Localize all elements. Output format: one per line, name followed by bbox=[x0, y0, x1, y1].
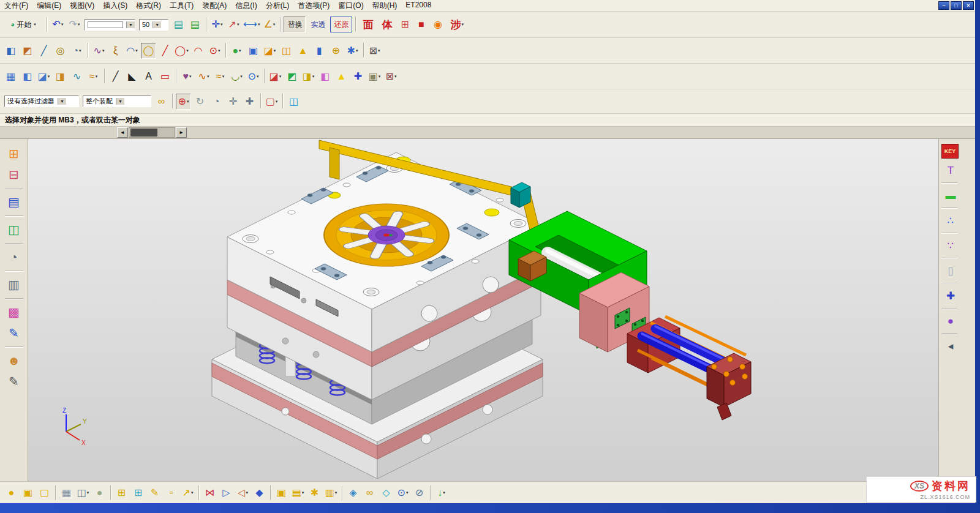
interference-button[interactable]: 涉▾ bbox=[447, 17, 467, 32]
sketch-profile-icon[interactable]: ◣ bbox=[124, 69, 140, 84]
component-preview-icon[interactable]: ▢ bbox=[37, 485, 52, 501]
display-style-combo[interactable] bbox=[85, 19, 135, 31]
orange-ring-icon[interactable]: ◉ bbox=[430, 17, 445, 32]
color-palette-icon[interactable]: ▩ bbox=[4, 302, 24, 322]
import-assembly-icon[interactable]: ↓▾ bbox=[434, 485, 449, 501]
marquee-select-icon[interactable]: ▢▾ bbox=[264, 94, 279, 110]
menu-item[interactable]: 插入(S) bbox=[99, 0, 132, 12]
t-handle-tool-icon[interactable]: T bbox=[942, 162, 959, 179]
show-structure-icon[interactable]: ▦ bbox=[59, 485, 74, 501]
edit-component-icon[interactable]: ✎ bbox=[147, 485, 162, 501]
snap-quadrant-icon[interactable]: ◔▾ bbox=[69, 43, 85, 59]
block-primitive-icon[interactable]: ▣ bbox=[246, 43, 261, 59]
redo-icon[interactable]: ↷▾ bbox=[67, 17, 82, 32]
info-link-icon[interactable]: ⊙▾ bbox=[395, 485, 410, 501]
copy-face-icon[interactable]: ⊞ bbox=[397, 17, 412, 32]
graphics-viewport[interactable]: Z Y X bbox=[28, 139, 938, 481]
purple-dots-tool-icon[interactable]: ∵ bbox=[942, 237, 959, 254]
menu-item[interactable]: 编辑(E) bbox=[32, 0, 66, 12]
wave-geometry-linker-icon[interactable]: ✱ bbox=[307, 485, 322, 501]
sphere-cluster-tool-icon[interactable]: ∴ bbox=[942, 212, 959, 229]
text-tool-icon[interactable]: A bbox=[141, 69, 156, 84]
replace-face-icon[interactable]: ◨▾ bbox=[301, 69, 316, 84]
menu-item[interactable]: ET2008 bbox=[401, 0, 435, 12]
selection-scope-combo[interactable]: 整个装配 bbox=[83, 95, 151, 107]
start-button[interactable]: ◕ 开始▾ bbox=[3, 17, 43, 32]
selection-loop-icon[interactable]: ◯ bbox=[141, 43, 156, 59]
move-face-icon[interactable]: ◪▾ bbox=[268, 69, 283, 84]
scroll-right-button[interactable]: ► bbox=[176, 127, 187, 138]
close-button[interactable]: × bbox=[963, 1, 974, 10]
find-component-icon[interactable]: ● bbox=[4, 485, 19, 501]
hex-bolt-icon[interactable]: ⊕ bbox=[328, 43, 344, 59]
unite-boolean-icon[interactable]: ◪▾ bbox=[262, 43, 277, 59]
warning-triangle-icon[interactable]: ▲ bbox=[334, 69, 349, 84]
check-clearance-icon[interactable]: ◇ bbox=[379, 485, 394, 501]
menu-item[interactable]: 格式(R) bbox=[132, 0, 165, 12]
shaded-display-icon[interactable]: ◔ bbox=[209, 94, 224, 110]
white-cylinder-tool-icon[interactable]: ▯ bbox=[942, 262, 959, 279]
datum-csys-icon[interactable]: ✛▾ bbox=[209, 17, 225, 32]
replace-button[interactable]: 替换 bbox=[284, 17, 306, 32]
clipboard-icon[interactable]: ▣▾ bbox=[367, 69, 382, 84]
measure-angle-icon[interactable]: ∠▾ bbox=[262, 17, 277, 32]
assembly-constraints-icon[interactable]: ◆ bbox=[252, 485, 267, 501]
body-button[interactable]: 体 bbox=[378, 17, 396, 32]
replace-component-icon[interactable]: ◁▾ bbox=[235, 485, 251, 501]
ruled-surface-icon[interactable]: ◨ bbox=[53, 69, 68, 84]
scrollbar-track[interactable] bbox=[129, 127, 175, 138]
interpart-chain-icon[interactable]: ∞ bbox=[154, 94, 169, 110]
measure-distance-icon[interactable]: ⟷▾ bbox=[243, 17, 260, 32]
work-layer-combo[interactable]: 50 bbox=[139, 19, 168, 31]
isometric-view-cube-icon[interactable]: ◫ bbox=[286, 94, 301, 110]
cone-primitive-icon[interactable]: ▲ bbox=[295, 43, 311, 59]
arc-tool-icon[interactable]: ◠ bbox=[190, 43, 206, 59]
blue-cross-icon[interactable]: ✚ bbox=[350, 69, 366, 84]
subtract-boolean-icon[interactable]: ◫ bbox=[279, 43, 294, 59]
display-mode-icon[interactable]: ◧ bbox=[3, 43, 18, 59]
snap-mid-point-icon[interactable]: ╱ bbox=[36, 43, 51, 59]
scroll-left-button[interactable]: ◄ bbox=[117, 127, 128, 138]
line-tool-icon[interactable]: ╱ bbox=[157, 43, 173, 59]
reuse-library-icon[interactable]: ◫ bbox=[4, 220, 24, 239]
system-materials-icon[interactable]: ▥ bbox=[4, 275, 24, 294]
through-curves-icon[interactable]: ≈▾ bbox=[86, 69, 101, 84]
chain-links-icon[interactable]: ∞ bbox=[362, 485, 377, 501]
annotation-pen-icon[interactable]: ✎ bbox=[4, 323, 24, 343]
gear-tool-icon[interactable]: ✱▾ bbox=[345, 43, 360, 59]
red-cube-icon[interactable]: ■ bbox=[413, 17, 429, 32]
studio-spline-icon[interactable]: ∿▾ bbox=[91, 43, 107, 59]
snap-end-point-icon[interactable]: ◩ bbox=[20, 43, 35, 59]
menu-item[interactable]: 首选项(P) bbox=[293, 0, 334, 12]
roles-icon[interactable]: ☻ bbox=[4, 351, 24, 370]
menu-item[interactable]: 工具(T) bbox=[165, 0, 198, 12]
part-navigator-icon[interactable]: ▤ bbox=[4, 192, 24, 212]
blue-cross-tool-icon[interactable]: ✚ bbox=[942, 287, 959, 304]
exploded-view-icon[interactable]: ◈ bbox=[345, 485, 361, 501]
menu-item[interactable]: 帮助(H) bbox=[368, 0, 402, 12]
sketch-line-icon[interactable]: ╱ bbox=[108, 69, 123, 84]
helix-icon[interactable]: ξ bbox=[108, 43, 123, 59]
remove-parameters-icon[interactable]: ⊠▾ bbox=[383, 69, 399, 84]
constraint-navigator-icon[interactable]: ⊟ bbox=[4, 165, 24, 184]
restore-button[interactable]: □ bbox=[951, 1, 962, 10]
droplet-pin-icon[interactable]: ⊙▾ bbox=[246, 69, 261, 84]
face-button[interactable]: 面 bbox=[359, 17, 377, 32]
capture-arrangement-icon[interactable]: ◫▾ bbox=[75, 485, 91, 501]
circle-tool-icon[interactable]: ◯▾ bbox=[174, 43, 189, 59]
history-palette-icon[interactable]: ◔ bbox=[4, 247, 24, 267]
purple-ball-tool-icon[interactable]: ● bbox=[942, 312, 959, 329]
rectangle-tool-icon[interactable]: ▭ bbox=[157, 69, 173, 84]
layer-visible-in-view-icon[interactable]: ▤ bbox=[187, 17, 203, 32]
green-pad-tool-icon[interactable]: ▬ bbox=[942, 187, 959, 204]
layer-settings-icon[interactable]: ▤ bbox=[171, 17, 186, 32]
restore-display-button[interactable]: 还原 bbox=[330, 17, 352, 32]
project-curve-icon[interactable]: ◡▾ bbox=[229, 69, 244, 84]
swept-surface-icon[interactable]: ∿ bbox=[69, 69, 85, 84]
assembly-sequence-icon[interactable]: ▥▾ bbox=[323, 485, 339, 501]
menu-item[interactable]: 窗口(O) bbox=[334, 0, 368, 12]
suppress-component-icon[interactable]: ▷ bbox=[219, 485, 234, 501]
cylinder-primitive-icon[interactable]: ▮ bbox=[312, 43, 327, 59]
point-tool-icon[interactable]: ⊙▾ bbox=[207, 43, 222, 59]
menu-item[interactable]: 文件(F) bbox=[0, 0, 32, 12]
